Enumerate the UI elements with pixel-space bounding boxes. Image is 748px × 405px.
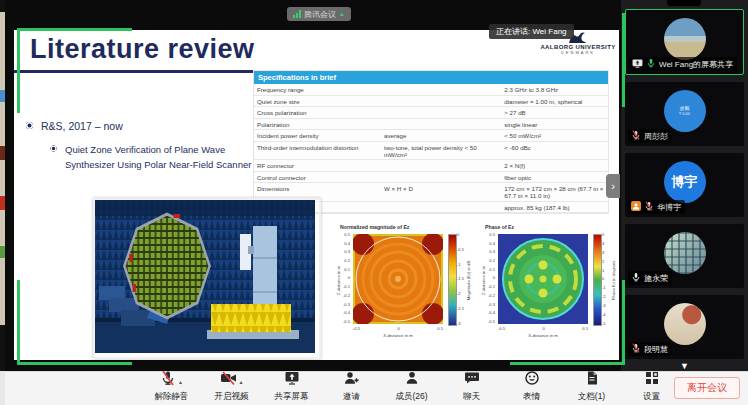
participant-name-tag: 华博宇 bbox=[628, 200, 685, 214]
share-region-corner bbox=[17, 280, 132, 365]
colorbar bbox=[448, 234, 457, 326]
tick-label: 0 bbox=[493, 275, 495, 280]
next-slide-button[interactable]: › bbox=[606, 174, 620, 198]
invite-icon bbox=[343, 370, 360, 390]
tick-label: -0.5 bbox=[457, 247, 464, 252]
table-cell: < -60 dBc bbox=[501, 142, 608, 160]
participant-tile[interactable]: 段明慧 bbox=[625, 295, 744, 359]
colorbar-label: Magnitude |Ez| in dB bbox=[466, 249, 471, 313]
tick-label: -0.5 bbox=[488, 319, 495, 324]
sidebar-handle[interactable] bbox=[667, 0, 701, 6]
settings-icon bbox=[644, 370, 660, 390]
tick-label: -0.4 bbox=[488, 310, 495, 315]
tick-label: 0.2 bbox=[489, 258, 495, 263]
toolbar-label: 聊天 bbox=[448, 391, 495, 403]
leave-meeting-button[interactable]: 离开会议 bbox=[674, 377, 740, 399]
participant-tile[interactable]: Wei Fang的屏幕共享 bbox=[625, 9, 744, 75]
mic-icon bbox=[646, 58, 656, 70]
sub-bullet-text: Quiet Zone Verification of Plane Wave Sy… bbox=[65, 143, 258, 172]
toolbar-invite-button[interactable]: 邀请 bbox=[328, 374, 375, 403]
triangle-down-icon: ▼ bbox=[680, 361, 689, 371]
toolbar-start-video-button[interactable]: ▲开启视频 bbox=[208, 374, 255, 403]
toolbar-unmute-button[interactable]: ▲解除静音 bbox=[148, 374, 195, 403]
x-tick-labels: -0.500.5 bbox=[353, 326, 443, 331]
host-badge-icon bbox=[631, 201, 641, 213]
table-cell bbox=[381, 172, 501, 183]
bullet-icon bbox=[51, 146, 57, 152]
table-cell: Frequency range bbox=[254, 84, 381, 95]
tick-label: 0.4 bbox=[344, 241, 350, 246]
meeting-toolbar: ▲解除静音▲开启视频共享屏幕邀请成员(26)聊天表情文档(1)设置 离开会议 bbox=[5, 371, 748, 405]
table-row: Cross polarization> 27 dB bbox=[254, 107, 608, 119]
colorbar-ticks: 0-0.5-1-1.5-2-2.5-3 bbox=[457, 232, 464, 326]
participant-tile[interactable]: 余额¥ 0.00周彭彭 bbox=[625, 82, 744, 146]
table-cell bbox=[381, 202, 501, 213]
y-tick-labels: 0.50.40.30.20.10-0.1-0.2-0.3-0.4-0.5 bbox=[338, 232, 350, 324]
table-cell: Quiet zone size bbox=[254, 96, 381, 107]
table-row: Frequency range2.3 GHz to 3.8 GHz bbox=[254, 84, 608, 96]
toolbar-items: ▲解除静音▲开启视频共享屏幕邀请成员(26)聊天表情文档(1)设置 bbox=[148, 374, 675, 403]
avatar: 博宇 bbox=[664, 161, 706, 203]
tick-label: 0.3 bbox=[489, 249, 495, 254]
table-cell: < 50 mW/cm² bbox=[501, 130, 608, 141]
toolbar-emoji-button[interactable]: 表情 bbox=[508, 374, 555, 403]
caret-up-icon[interactable]: ▲ bbox=[239, 379, 244, 385]
caret-up-icon[interactable]: ▲ bbox=[178, 379, 183, 385]
collapse-panel-button[interactable]: ▼ bbox=[621, 362, 748, 371]
heatmap-canvas bbox=[353, 234, 443, 324]
mic-muted-icon bbox=[631, 343, 641, 355]
participant-tile[interactable]: 施永荣 bbox=[625, 224, 744, 288]
participants-sidebar: Wei Fang的屏幕共享余额¥ 0.00周彭彭博宇华博宇施永荣段明慧 ▼ bbox=[621, 0, 748, 372]
toolbar-label: 解除静音 bbox=[148, 391, 195, 403]
table-cell: 172 cm × 172 cm × 28 cm (67.7 in × 67.7 … bbox=[501, 183, 608, 201]
table-cell bbox=[381, 160, 501, 171]
share-region-corner bbox=[510, 280, 625, 365]
toolbar-share-screen-button[interactable]: 共享屏幕 bbox=[268, 374, 315, 403]
spec-table: Specifications in brief Frequency range2… bbox=[253, 70, 609, 214]
table-cell: fiber optic bbox=[501, 172, 608, 183]
tick-label: -2 bbox=[457, 291, 464, 296]
mic-muted-icon bbox=[644, 201, 654, 213]
participant-name: 华博宇 bbox=[657, 202, 681, 213]
tick-label: 2 bbox=[602, 259, 606, 264]
table-cell: Polarization bbox=[254, 119, 381, 130]
table-row: Polarizationsingle linear bbox=[254, 119, 608, 131]
toolbar-chat-button[interactable]: 聊天 bbox=[448, 374, 495, 403]
share-region-corner bbox=[17, 28, 132, 113]
chevron-right-icon: › bbox=[611, 180, 615, 192]
toolbar-members-button[interactable]: 成员(26) bbox=[388, 374, 435, 403]
toolbar-docs-button[interactable]: 文档(1) bbox=[568, 374, 615, 403]
screen-share-icon bbox=[284, 370, 300, 390]
tick-label: 0 bbox=[398, 326, 400, 331]
chevron-up-icon: ▲ bbox=[339, 11, 345, 17]
participant-tile[interactable]: 博宇华博宇 bbox=[625, 153, 744, 217]
toolbar-label: 开启视频 bbox=[208, 391, 255, 403]
signal-icon bbox=[293, 10, 301, 18]
tick-label: 0.2 bbox=[344, 258, 350, 263]
table-row: Incident power densityaverage< 50 mW/cm² bbox=[254, 130, 608, 142]
mic-muted-icon bbox=[160, 370, 176, 390]
share-status-pill[interactable]: 腾讯会议 ▲ bbox=[287, 7, 351, 21]
table-cell: W × H × D bbox=[381, 183, 501, 201]
table-cell: two-tone, total power density < 50 mW/cm… bbox=[381, 142, 501, 160]
tick-label: -0.5 bbox=[343, 319, 350, 324]
participant-name-tag: Wei Fang的屏幕共享 bbox=[629, 57, 737, 71]
screen-share-icon bbox=[632, 59, 643, 70]
table-cell bbox=[381, 107, 501, 118]
table-cell: Cross polarization bbox=[254, 107, 381, 118]
table-cell: approx. 85 kg (187.4 lb) bbox=[501, 202, 608, 213]
tick-label: 0.5 bbox=[437, 326, 443, 331]
toolbar-label: 设置 bbox=[628, 391, 675, 403]
toolbar-label: 共享屏幕 bbox=[268, 391, 315, 403]
tick-label: -0.1 bbox=[343, 284, 350, 289]
participant-name: 施永荣 bbox=[644, 273, 668, 284]
spec-table-header: Specifications in brief bbox=[254, 71, 608, 84]
toolbar-settings-button[interactable]: 设置 bbox=[628, 374, 675, 403]
tick-label: 0 bbox=[348, 275, 350, 280]
tick-label: 5 bbox=[602, 232, 606, 237]
avatar bbox=[664, 18, 706, 60]
tick-label: -2.5 bbox=[457, 306, 464, 311]
participant-name: 段明慧 bbox=[644, 344, 668, 355]
video-tiles: Wei Fang的屏幕共享余额¥ 0.00周彭彭博宇华博宇施永荣段明慧 bbox=[625, 9, 744, 359]
table-cell: average bbox=[381, 130, 501, 141]
